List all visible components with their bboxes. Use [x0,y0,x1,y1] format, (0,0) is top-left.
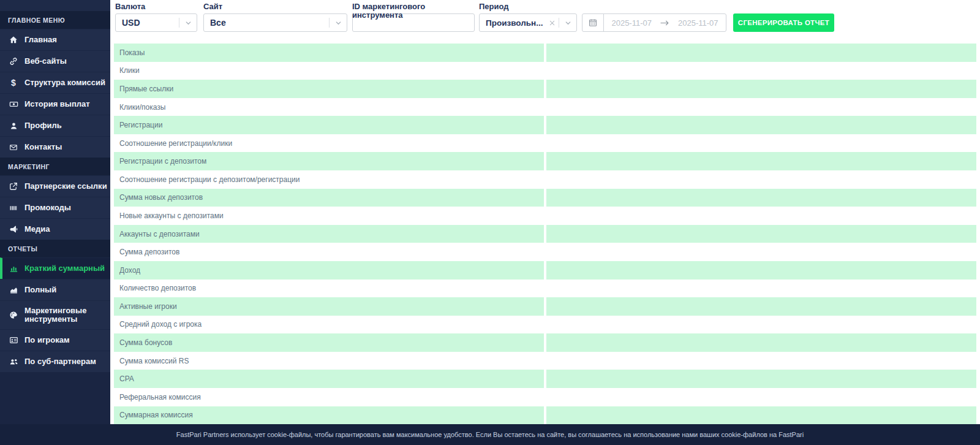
row-label-cell: Реферальная комиссия [114,388,544,406]
table-row: Доход [114,261,976,280]
currency-label: Валюта [115,2,197,13]
link-icon [8,57,19,66]
site-value: Все [204,18,329,28]
chevron-down-icon [179,19,197,27]
row-value-cell [546,243,976,261]
sidebar-item[interactable]: Главная [0,29,110,50]
row-label-cell: Регистрации [114,116,544,134]
row-label-cell: Соотношение регистрации с депозитом/реги… [114,170,544,189]
site-label: Сайт [203,2,347,13]
footer: FastPari Partners использует cookie-файл… [0,424,980,445]
megaphone-icon [8,225,19,234]
sidebar-item[interactable]: Полный [0,279,110,300]
sidebar-item[interactable]: История выплат [0,93,110,115]
sidebar-item[interactable]: По игрокам [0,329,110,351]
row-label-cell: Средний доход с игрока [114,316,544,334]
table-row: Активные игроки [114,297,976,316]
row-value-cell [546,44,976,62]
sidebar-item[interactable]: По суб-партнерам [0,351,110,372]
site-select[interactable]: Все [203,13,347,32]
row-value-cell [546,297,976,316]
row-label-cell: Сумма депозитов [114,243,544,261]
currency-select[interactable]: USD [115,13,197,32]
app-window: ГЛАВНОЕ МЕНЮГлавнаяВеб-сайты$Структура к… [0,0,980,445]
period-field: Период Произвольн... [479,2,577,32]
row-value-cell [546,370,976,388]
sidebar-item-label: Профиль [24,121,62,130]
row-label-cell: Количество депозитов [114,280,544,298]
table-row: Количество депозитов [114,280,976,298]
table-row: CPA [114,370,976,388]
envelope-icon [8,143,19,151]
row-label-cell: Аккаунты с депозитами [114,225,544,243]
table-row: Аккаунты с депозитами [114,225,976,243]
barcode-icon [8,204,19,212]
sidebar-item[interactable]: Маркетинговые инструменты [0,300,110,329]
area-chart-icon [8,286,19,294]
row-label-cell: Клики/показы [114,98,544,116]
main-content: Валюта USD Сайт Все ID маркетингового ин… [110,0,980,424]
row-value-cell [546,189,976,207]
row-label-cell: Сумма комиссий RS [114,352,544,370]
user-icon [8,122,19,130]
sidebar-item[interactable]: Веб-сайты [0,50,110,72]
table-row: Реферальная комиссия [114,388,976,406]
marketing-id-input[interactable] [353,14,474,31]
sidebar: ГЛАВНОЕ МЕНЮГлавнаяВеб-сайты$Структура к… [0,0,110,445]
generate-report-button[interactable]: СГЕНЕРИРОВАТЬ ОТЧЕТ [733,13,834,32]
sidebar-item-label: Главная [24,36,57,44]
marketing-id-field: ID маркетингового инструмента [352,2,475,32]
sidebar-top-strip [0,0,110,11]
date-to[interactable]: 2025-11-07 [678,18,718,28]
row-value-cell [546,62,976,80]
row-value-cell [546,261,976,280]
sidebar-item-label: Контакты [24,143,62,151]
cookie-notice: FastPari Partners использует cookie-файл… [176,431,804,438]
arrow-right-icon [660,19,670,27]
row-label-cell: Новые аккаунты с депозитами [114,207,544,225]
row-value-cell [546,352,976,370]
table-row: Показы [114,44,976,62]
period-select[interactable]: Произвольн... [479,13,577,32]
banknote-icon [8,100,19,108]
table-row: Регистрации [114,116,976,134]
external-link-icon [8,182,19,191]
row-value-cell [546,80,976,98]
row-label-cell: Доход [114,261,544,280]
table-row: Соотношение регистрации/клики [114,134,976,153]
row-value-cell [546,280,976,298]
period-value: Произвольн... [480,18,545,28]
sidebar-item[interactable]: Контакты [0,136,110,158]
home-icon [8,36,19,44]
row-value-cell [546,134,976,153]
row-value-cell [546,333,976,352]
table-row: Прямые ссылки [114,80,976,98]
table-row: Новые аккаунты с депозитами [114,207,976,225]
close-icon[interactable] [545,20,559,26]
row-value-cell [546,152,976,170]
table-row: Клики [114,62,976,80]
sidebar-item[interactable]: Медиа [0,218,110,240]
sidebar-nav: ГЛАВНОЕ МЕНЮГлавнаяВеб-сайты$Структура к… [0,11,110,372]
sidebar-item[interactable]: Промокоды [0,197,110,218]
currency-value: USD [116,18,179,28]
site-field: Сайт Все [203,2,347,32]
row-label-cell: Активные игроки [114,297,544,316]
calendar-icon[interactable] [582,14,604,31]
sidebar-item-label: Структура комиссий [24,78,105,87]
sidebar-item[interactable]: Краткий суммарный [0,257,110,279]
table-row: Клики/показы [114,98,976,116]
row-label-cell: CPA [114,370,544,388]
sidebar-item-label: История выплат [24,100,90,108]
sidebar-section-header: ОТЧЕТЫ [0,240,110,257]
sidebar-item[interactable]: $Структура комиссий [0,72,110,93]
id-card-icon [8,336,19,344]
date-range-picker[interactable]: 2025-11-07 2025-11-07 [582,13,726,32]
row-value-cell [546,116,976,134]
table-row: Соотношение регистрации с депозитом/реги… [114,170,976,189]
palette-icon [8,311,19,319]
row-value-cell [546,388,976,406]
sidebar-item[interactable]: Профиль [0,115,110,136]
date-from[interactable]: 2025-11-07 [611,18,652,28]
sidebar-item[interactable]: Партнерские ссылки [0,175,110,197]
